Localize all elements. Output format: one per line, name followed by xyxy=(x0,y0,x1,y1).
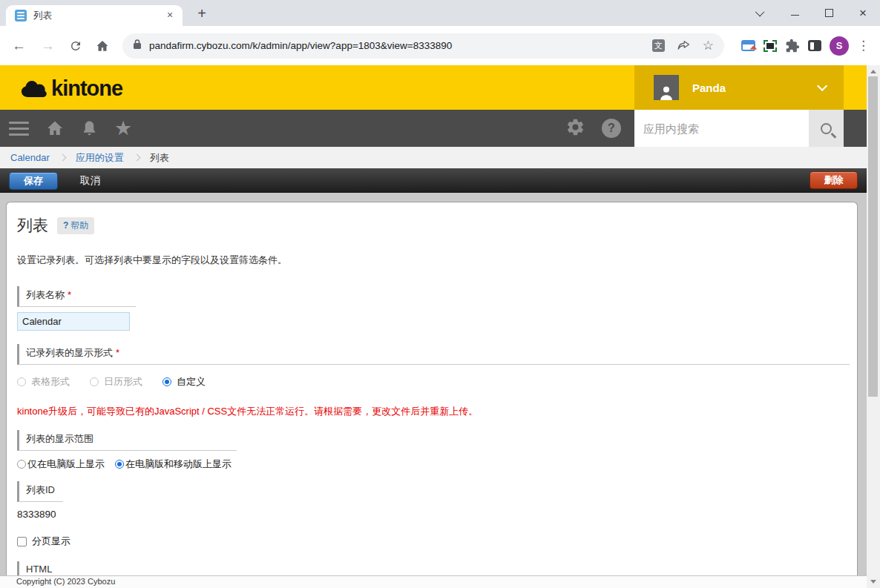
required-mark: * xyxy=(68,289,71,300)
page-description: 设置记录列表。可选择列表中要显示的字段以及设置筛选条件。 xyxy=(17,254,857,267)
share-icon[interactable] xyxy=(677,39,691,52)
user-name: Panda xyxy=(692,82,726,94)
scroll-down-icon[interactable] xyxy=(870,580,876,584)
app-search-input[interactable] xyxy=(634,110,809,147)
view-name-label: 列表名称* xyxy=(17,286,136,307)
chevron-down-icon xyxy=(817,81,827,91)
view-name-input[interactable] xyxy=(17,312,130,331)
radio-selected-icon[interactable] xyxy=(115,460,124,469)
pagination-label: 分页显示 xyxy=(32,535,70,548)
kintone-logo-text: kintone xyxy=(51,76,122,101)
view-id-value: 8333890 xyxy=(17,509,857,520)
radio-icon xyxy=(90,377,99,386)
fullscreen-extension-icon[interactable] xyxy=(764,40,777,52)
view-settings-panel: 列表 ? 帮助 设置记录列表。可选择列表中要显示的字段以及设置筛选条件。 列表名… xyxy=(6,202,858,588)
url-text: pandafirm.cybozu.com/k/admin/app/view?ap… xyxy=(149,40,640,51)
settings-gear-icon[interactable] xyxy=(565,117,585,140)
action-toolbar: 保存 取消 删除 xyxy=(0,168,867,193)
breadcrumb-separator-icon xyxy=(59,154,66,162)
user-menu[interactable]: Panda xyxy=(634,65,844,110)
bookmark-star-icon[interactable]: ☆ xyxy=(703,39,714,52)
delete-button[interactable]: 删除 xyxy=(810,171,858,189)
page-scrollbar[interactable] xyxy=(867,65,880,588)
scrollbar-thumb[interactable] xyxy=(868,76,878,397)
radio-icon xyxy=(17,377,26,386)
help-badge-label: 帮助 xyxy=(70,219,88,232)
kintone-logo[interactable]: kintone xyxy=(21,76,122,101)
breadcrumb: Calendar 应用的设置 列表 xyxy=(0,147,867,168)
display-scope-options: 仅在电脑版上显示 在电脑版和移动版上显示 xyxy=(17,457,857,471)
capture-extension-icon[interactable] xyxy=(741,40,755,51)
home-icon[interactable] xyxy=(95,39,110,53)
maximize-button[interactable] xyxy=(812,0,846,26)
save-button[interactable]: 保存 xyxy=(9,172,58,190)
radio-calendar-format: 日历形式 xyxy=(90,375,142,389)
help-badge[interactable]: ? 帮助 xyxy=(57,217,94,234)
browser-menu-icon[interactable]: ⋮ xyxy=(857,38,870,53)
required-mark: * xyxy=(116,347,119,358)
window-controls: × xyxy=(743,0,880,26)
notifications-bell-icon[interactable] xyxy=(81,119,98,137)
browser-toolbar: ← → pandafirm.cybozu.com/k/admin/app/vie… xyxy=(0,26,880,65)
extensions-row: S ⋮ xyxy=(733,36,880,56)
portal-home-icon[interactable] xyxy=(45,119,65,137)
puzzle-extensions-icon[interactable] xyxy=(785,39,800,53)
breadcrumb-settings-link[interactable]: 应用的设置 xyxy=(76,151,124,165)
translate-icon[interactable]: 文 xyxy=(652,39,665,52)
tab-strip: 列表 × + × xyxy=(0,0,880,26)
global-nav-bar: ★ ? xyxy=(0,110,867,147)
display-scope-label: 列表的显示范围 xyxy=(17,430,237,451)
radio-table-format: 表格形式 xyxy=(17,375,70,389)
cloud-icon xyxy=(21,79,47,99)
radio-pc-and-mobile[interactable]: 在电脑版和移动版上显示 xyxy=(115,457,232,471)
user-avatar-icon xyxy=(654,75,679,100)
question-icon: ? xyxy=(63,220,68,231)
tab-close-icon[interactable]: × xyxy=(163,9,177,22)
copyright-footer: Copyright (C) 2023 Cybozu xyxy=(0,575,867,588)
close-window-button[interactable]: × xyxy=(846,0,880,26)
content-area: 列表 ? 帮助 设置记录列表。可选择列表中要显示的字段以及设置筛选条件。 列表名… xyxy=(0,193,867,588)
lock-icon xyxy=(133,39,142,53)
search-button[interactable] xyxy=(809,110,844,147)
side-panel-icon[interactable] xyxy=(808,40,821,51)
reload-icon[interactable] xyxy=(69,39,82,53)
display-format-label: 记录列表的显示形式* xyxy=(17,344,850,365)
list-favicon-icon xyxy=(15,10,27,22)
cancel-button[interactable]: 取消 xyxy=(80,174,100,188)
radio-custom-format[interactable]: 自定义 xyxy=(162,375,206,389)
pagination-option[interactable]: 分页显示 xyxy=(17,535,857,548)
new-tab-button[interactable]: + xyxy=(192,4,211,24)
page-title: 列表 xyxy=(17,215,48,236)
favorites-star-icon[interactable]: ★ xyxy=(114,119,132,139)
hamburger-menu-icon[interactable] xyxy=(9,122,29,136)
scroll-up-icon[interactable] xyxy=(870,70,876,73)
breadcrumb-app-link[interactable]: Calendar xyxy=(10,152,50,163)
upgrade-warning: kintone升级后，可能导致已有的JavaScript / CSS文件无法正常… xyxy=(17,405,857,418)
address-bar[interactable]: pandafirm.cybozu.com/k/admin/app/view?ap… xyxy=(122,33,724,59)
display-format-options: 表格形式 日历形式 自定义 xyxy=(17,375,857,389)
breadcrumb-separator-icon xyxy=(133,154,140,162)
radio-selected-icon[interactable] xyxy=(162,377,171,386)
tab-title: 列表 xyxy=(33,10,163,22)
browser-tab[interactable]: 列表 × xyxy=(6,5,183,26)
breadcrumb-current: 列表 xyxy=(150,151,169,165)
minimize-button[interactable] xyxy=(778,0,812,26)
kintone-header: kintone Panda xyxy=(0,65,867,110)
back-icon[interactable]: ← xyxy=(12,39,26,53)
checkbox-icon[interactable] xyxy=(17,537,27,546)
tab-search-icon[interactable] xyxy=(743,0,778,26)
radio-icon[interactable] xyxy=(17,460,26,469)
search-icon xyxy=(821,123,832,134)
profile-avatar[interactable]: S xyxy=(830,36,849,56)
forward-icon: → xyxy=(41,39,55,53)
help-icon[interactable]: ? xyxy=(602,119,621,138)
view-id-label: 列表ID xyxy=(17,481,63,502)
radio-pc-only[interactable]: 仅在电脑版上显示 xyxy=(17,457,105,471)
